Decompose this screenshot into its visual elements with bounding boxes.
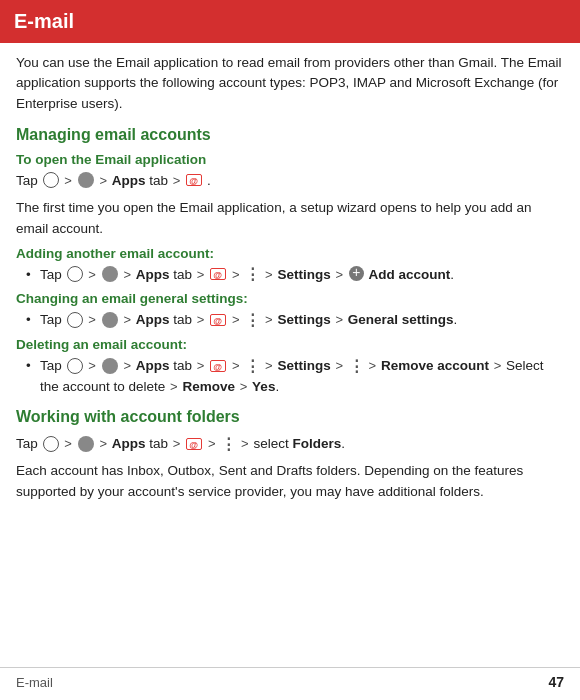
apps-icon-5 <box>78 436 94 452</box>
home-icon-5 <box>43 436 59 452</box>
email-icon-5 <box>186 438 202 450</box>
add-icon: + <box>349 266 364 281</box>
header-title: E-mail <box>14 10 74 32</box>
change-settings-item: Tap > > Apps tab > > ⋮ > Settings > Gene… <box>26 310 564 331</box>
apps-icon-2 <box>102 266 118 282</box>
open-para1: Tap > > Apps tab > . <box>16 171 564 192</box>
section1-heading: Managing email accounts <box>16 126 564 144</box>
sub-section-change: Changing an email general settings: Tap … <box>16 291 564 331</box>
header: E-mail <box>0 0 580 43</box>
apps-icon-3 <box>102 312 118 328</box>
delete-account-item: Tap > > Apps tab > > ⋮ > Settings > ⋮ > … <box>26 356 564 398</box>
footer-label: E-mail <box>16 675 53 690</box>
folders-para2: Each account has Inbox, Outbox, Sent and… <box>16 461 564 503</box>
email-icon <box>186 174 202 186</box>
folders-para1: Tap > > Apps tab > > ⋮ > select Folders. <box>16 434 564 455</box>
sub-section-add: Adding another email account: Tap > > Ap… <box>16 246 564 286</box>
footer-page: 47 <box>548 674 564 690</box>
email-icon-4 <box>210 360 226 372</box>
open-para2: The first time you open the Email applic… <box>16 198 564 240</box>
apps-icon-4 <box>102 358 118 374</box>
home-icon-3 <box>67 312 83 328</box>
sub-heading-open: To open the Email application <box>16 152 564 167</box>
section2-heading: Working with account folders <box>16 408 564 426</box>
menu-dots-2: ⋮ <box>245 312 259 327</box>
sub-heading-change: Changing an email general settings: <box>16 291 564 306</box>
menu-dots-5: ⋮ <box>221 436 235 451</box>
menu-dots-1: ⋮ <box>245 266 259 281</box>
menu-dots-4: ⋮ <box>349 358 363 373</box>
home-icon-2 <box>67 266 83 282</box>
email-icon-2 <box>210 268 226 280</box>
sub-heading-add: Adding another email account: <box>16 246 564 261</box>
sub-section-open: To open the Email application Tap > > Ap… <box>16 152 564 240</box>
add-account-item: Tap > > Apps tab > > ⋮ > Settings > + Ad… <box>26 265 564 286</box>
apps-icon <box>78 172 94 188</box>
menu-dots-3: ⋮ <box>245 358 259 373</box>
sub-section-delete: Deleting an email account: Tap > > Apps … <box>16 337 564 398</box>
footer: E-mail 47 <box>0 667 580 690</box>
home-icon-4 <box>67 358 83 374</box>
email-icon-3 <box>210 314 226 326</box>
home-icon <box>43 172 59 188</box>
intro-paragraph: You can use the Email application to rea… <box>16 53 564 114</box>
sub-heading-delete: Deleting an email account: <box>16 337 564 352</box>
